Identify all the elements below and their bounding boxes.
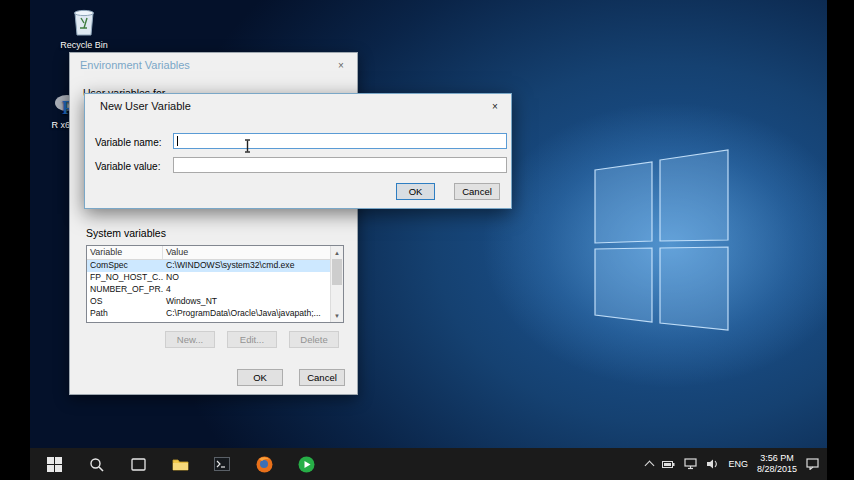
variable-value-label: Variable value: [95, 161, 160, 172]
firefox-button[interactable] [255, 455, 273, 473]
new-system-variable-button[interactable]: New... [165, 331, 215, 348]
system-variables-table[interactable]: Variable Value ComSpec C:\WINDOWS\system… [86, 245, 344, 323]
battery-icon[interactable] [662, 459, 675, 470]
table-row[interactable]: NUMBER_OF_PR... 4 [87, 284, 330, 296]
system-variables-section-label: System variables [86, 227, 166, 239]
nvar-dialog-titlebar[interactable]: New User Variable × [85, 94, 511, 118]
variable-value-input[interactable] [173, 157, 507, 173]
new-user-variable-dialog: New User Variable × Variable name: Varia… [84, 93, 512, 209]
env-dialog-close-icon[interactable]: × [325, 53, 357, 77]
cell-variable: FP_NO_HOST_C... [87, 272, 163, 284]
edit-system-variable-button[interactable]: Edit... [227, 331, 277, 348]
network-icon[interactable] [684, 458, 697, 470]
media-play-icon [298, 456, 315, 473]
tray-hidden-icons-chevron[interactable] [645, 461, 655, 471]
variable-name-label: Variable name: [95, 137, 162, 148]
nvar-dialog-ok-button[interactable]: OK [396, 183, 435, 200]
table-row[interactable]: Path C:\ProgramData\Oracle\Java\javapath… [87, 308, 330, 320]
search-button[interactable] [87, 455, 105, 473]
recycle-bin-label: Recycle Bin [60, 40, 108, 50]
column-header-variable[interactable]: Variable [87, 246, 163, 259]
cell-value: C:\ProgramData\Oracle\Java\javapath;... [163, 308, 330, 320]
mouse-ibeam-cursor [243, 139, 252, 153]
recycle-bin-icon [69, 4, 99, 38]
scroll-down-icon[interactable]: ▼ [331, 309, 343, 322]
table-row[interactable]: ComSpec C:\WINDOWS\system32\cmd.exe [87, 260, 330, 272]
cell-value: NO [163, 272, 330, 284]
table-row[interactable]: OS Windows_NT [87, 296, 330, 308]
windows-logo-wallpaper [590, 148, 740, 333]
cell-value: 4 [163, 284, 330, 296]
recycle-bin-shortcut[interactable]: Recycle Bin [52, 4, 116, 50]
task-view-icon [131, 458, 146, 471]
cell-value: Windows_NT [163, 296, 330, 308]
env-dialog-titlebar[interactable]: Environment Variables × [70, 53, 357, 77]
text-caret [177, 136, 178, 146]
clock-time: 3:56 PM [757, 453, 797, 464]
action-center-icon[interactable] [806, 458, 819, 470]
task-view-button[interactable] [129, 455, 147, 473]
nvar-dialog-cancel-button[interactable]: Cancel [454, 183, 500, 200]
scroll-up-icon[interactable]: ▲ [331, 246, 343, 259]
env-dialog-cancel-button[interactable]: Cancel [299, 369, 345, 386]
nvar-dialog-title: New User Variable [85, 100, 191, 112]
system-variables-table-header: Variable Value [87, 246, 330, 260]
table-row[interactable]: FP_NO_HOST_C... NO [87, 272, 330, 284]
volume-icon[interactable] [706, 458, 719, 470]
table-scrollbar[interactable]: ▲ ▼ [330, 246, 343, 322]
command-prompt-icon [214, 457, 230, 471]
cell-value: C:\WINDOWS\system32\cmd.exe [163, 260, 330, 272]
nvar-dialog-close-icon[interactable]: × [479, 94, 511, 118]
cell-variable: OS [87, 296, 163, 308]
cell-variable: Path [87, 308, 163, 320]
search-icon [89, 457, 104, 472]
taskbar: ENG 3:56 PM 8/28/2015 [30, 448, 827, 480]
command-prompt-button[interactable] [213, 455, 231, 473]
firefox-icon [256, 456, 273, 473]
variable-name-input[interactable] [173, 133, 507, 149]
file-explorer-icon [172, 457, 189, 471]
cell-variable: NUMBER_OF_PR... [87, 284, 163, 296]
file-explorer-button[interactable] [171, 455, 189, 473]
env-dialog-ok-button[interactable]: OK [237, 369, 283, 386]
scrollbar-thumb[interactable] [332, 259, 342, 285]
clock-date: 8/28/2015 [757, 464, 797, 475]
column-header-value[interactable]: Value [163, 246, 330, 259]
start-button[interactable] [45, 455, 63, 473]
media-player-button[interactable] [297, 455, 315, 473]
taskbar-clock[interactable]: 3:56 PM 8/28/2015 [757, 453, 797, 475]
cell-variable: ComSpec [87, 260, 163, 272]
env-dialog-title: Environment Variables [70, 59, 190, 71]
language-indicator[interactable]: ENG [728, 459, 748, 469]
windows-start-icon [47, 457, 62, 472]
delete-system-variable-button[interactable]: Delete [289, 331, 339, 348]
